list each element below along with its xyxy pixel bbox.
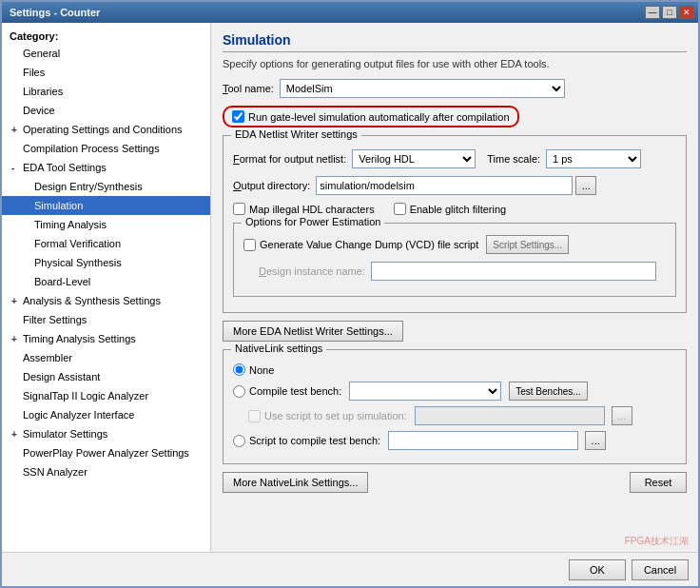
format-row: Format for output netlist: Verilog HDL V… [233,149,676,168]
use-script-checkbox[interactable] [248,410,261,422]
timescale-select[interactable]: 1 ps 10 ps 1 ns [546,149,641,168]
panel-description: Specify options for generating output fi… [223,58,687,69]
compile-bench-select[interactable] [349,382,501,401]
generate-vcd-checkbox[interactable] [243,239,256,251]
sidebar-item-formal-verification[interactable]: Formal Verification [2,234,210,253]
timescale-label: Time scale: [487,153,540,165]
eda-group-title: EDA Netlist Writer settings [231,128,361,140]
sidebar-item-physical-synthesis[interactable]: Physical Synthesis [2,253,210,272]
native-group-content: None Compile test bench: Test Benches... [233,358,676,450]
sidebar-item-compilation[interactable]: Compilation Process Settings [2,139,210,158]
none-radio[interactable] [233,363,245,376]
design-instance-label: Design instance name: [259,265,365,277]
use-script-browse-button[interactable]: ... [612,406,632,425]
titlebar: Settings - Counter — □ ✕ [2,2,698,23]
use-script-row: Use script to set up simulation: ... [248,406,676,425]
script-compile-row: Script to compile test bench: ... [233,431,676,450]
sidebar-item-files[interactable]: Files [2,63,210,82]
sidebar-item-signaltap[interactable]: SignalTap II Logic Analyzer [2,386,210,405]
more-eda-button[interactable]: More EDA Netlist Writer Settings... [223,321,403,342]
sidebar-item-general[interactable]: General [2,44,210,63]
use-script-input[interactable] [415,406,605,425]
reset-button[interactable]: Reset [630,472,687,493]
design-instance-input[interactable] [371,262,656,281]
none-label[interactable]: None [233,363,274,376]
sidebar-item-ssn[interactable]: SSN Analyzer [2,462,210,481]
compile-bench-label[interactable]: Compile test bench: [233,385,341,398]
map-illegal-label[interactable]: Map illegal HDL characters [233,203,375,215]
format-select[interactable]: Verilog HDL VHDL [352,149,476,168]
maximize-button[interactable]: □ [662,6,677,19]
power-group: Options for Power Estimation Generate Va… [233,223,676,297]
settings-window: Settings - Counter — □ ✕ Category: Gener… [0,0,700,588]
sidebar-item-device[interactable]: Device [2,101,210,120]
sidebar-item-libraries[interactable]: Libraries [2,82,210,101]
native-group-title: NativeLink settings [231,343,326,354]
sidebar-item-design-assistant[interactable]: Design Assistant [2,367,210,386]
map-illegal-checkbox[interactable] [233,203,245,215]
test-benches-button[interactable]: Test Benches... [509,382,587,401]
main-panel: Simulation Specify options for generatin… [211,23,698,552]
enable-glitch-label[interactable]: Enable glitch filtering [394,203,507,215]
script-compile-browse-button[interactable]: ... [585,431,606,450]
none-radio-row: None [233,363,676,376]
sidebar-item-design-entry[interactable]: Design Entry/Synthesis [2,177,210,196]
cancel-button[interactable]: Cancel [632,559,689,580]
minimize-button[interactable]: — [645,6,660,19]
design-instance-row: Design instance name: [243,262,666,281]
sidebar-item-powerplay[interactable]: PowerPlay Power Analyzer Settings [2,443,210,462]
bottom-actions-row: More NativeLink Settings... Reset [223,472,687,493]
sidebar-item-simulation[interactable]: Simulation [2,196,210,215]
script-settings-button[interactable]: Script Settings... [486,235,569,254]
run-gate-level-container: Run gate-level simulation automatically … [223,106,519,127]
bottom-bar: OK Cancel [2,552,698,586]
script-compile-input[interactable] [388,431,578,450]
ok-button[interactable]: OK [569,559,626,580]
tool-name-label: Tool name: [223,83,274,94]
native-group: NativeLink settings None Compile test b [223,349,687,464]
compile-bench-radio[interactable] [233,385,245,398]
category-label: Category: [2,27,210,44]
generate-vcd-label[interactable]: Generate Value Change Dump (VCD) file sc… [243,239,478,251]
options-checkboxes-row: Map illegal HDL characters Enable glitch… [233,203,676,215]
generate-vcd-row: Generate Value Change Dump (VCD) file sc… [243,235,666,254]
sidebar-item-board-level[interactable]: Board-Level [2,272,210,291]
run-gate-level-label[interactable]: Run gate-level simulation automatically … [232,110,510,123]
sidebar-item-filter[interactable]: Filter Settings [2,310,210,329]
sidebar-item-assembler[interactable]: Assembler [2,348,210,367]
tool-name-row: Tool name: ModelSim VCS NCSim [223,79,687,98]
sidebar-item-logic-analyzer[interactable]: Logic Analyzer Interface [2,405,210,424]
sidebar-item-simulator[interactable]: +Simulator Settings [2,424,210,443]
sidebar-item-analysis-synthesis[interactable]: +Analysis & Synthesis Settings [2,291,210,310]
category-tree: GeneralFilesLibrariesDevice+Operating Se… [2,44,210,481]
compile-bench-row: Compile test bench: Test Benches... [233,382,676,401]
eda-group: EDA Netlist Writer settings Format for o… [223,135,687,313]
power-group-content: Generate Value Change Dump (VCD) file sc… [243,235,666,281]
sidebar-item-operating[interactable]: +Operating Settings and Conditions [2,120,210,139]
panel-title: Simulation [223,32,687,52]
output-dir-label: Output directory: [233,180,310,191]
tool-name-select[interactable]: ModelSim VCS NCSim [280,79,565,98]
sidebar-item-timing-analysis[interactable]: Timing Analysis [2,215,210,234]
close-button[interactable]: ✕ [679,6,694,19]
output-dir-browse-button[interactable]: ... [575,176,596,195]
output-dir-row: Output directory: ... [233,176,676,195]
script-compile-label[interactable]: Script to compile test bench: [233,435,380,447]
titlebar-buttons: — □ ✕ [645,6,694,19]
window-title: Settings - Counter [6,7,100,18]
enable-glitch-checkbox[interactable] [394,203,406,215]
output-dir-input[interactable] [316,176,573,195]
more-eda-row: More EDA Netlist Writer Settings... [223,321,687,342]
sidebar: Category: GeneralFilesLibrariesDevice+Op… [2,23,211,552]
script-compile-radio[interactable] [233,435,245,447]
power-group-title: Options for Power Estimation [242,216,384,227]
more-native-button[interactable]: More NativeLink Settings... [223,472,368,493]
run-gate-level-checkbox[interactable] [232,110,244,123]
sidebar-item-timing-analysis-settings[interactable]: +Timing Analysis Settings [2,329,210,348]
sidebar-item-eda[interactable]: -EDA Tool Settings [2,158,210,177]
format-label: Format for output netlist: [233,153,346,165]
main-content: Category: GeneralFilesLibrariesDevice+Op… [2,23,698,552]
use-script-label[interactable]: Use script to set up simulation: [248,410,407,422]
